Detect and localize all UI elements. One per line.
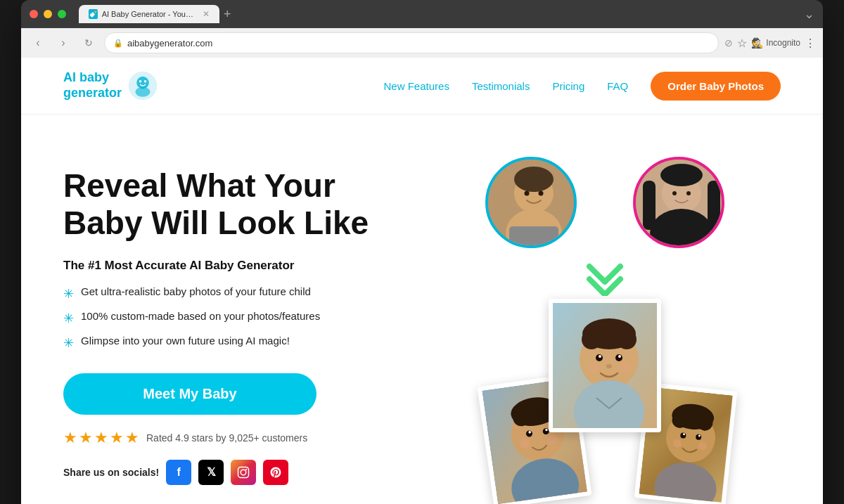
- browser-window: 🍼 AI Baby Generator - Your Bab ✕ + ⌄ ‹ ›…: [21, 0, 823, 504]
- logo-text-display: AI baby generator: [63, 70, 122, 101]
- svg-point-12: [525, 191, 530, 196]
- svg-point-6: [241, 470, 246, 475]
- incognito-label: Incognito: [766, 38, 800, 48]
- browser-toolbar: ‹ › ↻ 🔒 aibabygenerator.com ⊘ ☆ 🕵 Incogn…: [21, 28, 823, 58]
- incognito-icon: 🕵: [751, 37, 763, 49]
- nav-pricing[interactable]: Pricing: [552, 80, 584, 92]
- close-button[interactable]: [30, 10, 38, 18]
- browser-actions: ⊘ ☆ 🕵 Incognito ⋮: [724, 37, 816, 50]
- baby-photos-collage: [471, 299, 738, 504]
- svg-point-31: [599, 355, 601, 358]
- nav-new-features[interactable]: New Features: [384, 80, 449, 92]
- mom-avatar: [636, 160, 724, 248]
- active-tab[interactable]: 🍼 AI Baby Generator - Your Bab ✕: [79, 5, 219, 23]
- bookmark-icon[interactable]: ☆: [737, 37, 747, 50]
- nav-links: New Features Testimonials Pricing FAQ: [384, 80, 629, 92]
- hero-left: Reveal What Your Baby Will Look Like The…: [63, 167, 401, 485]
- lock-icon: 🔒: [113, 39, 123, 48]
- svg-point-34: [588, 362, 599, 373]
- hero-section: Reveal What Your Baby Will Look Like The…: [21, 115, 823, 504]
- facebook-icon[interactable]: f: [166, 460, 191, 485]
- svg-rect-19: [643, 181, 656, 230]
- hero-subtitle: The #1 Most Accurate AI Baby Generator: [63, 259, 401, 273]
- feature-item-3: ✳ Glimpse into your own future using AI …: [63, 335, 401, 351]
- website-content: AI baby generator New Features Testimoni…: [21, 58, 823, 504]
- svg-point-7: [245, 469, 247, 470]
- star-1: ★: [63, 429, 77, 447]
- maximize-button[interactable]: [58, 10, 66, 18]
- tab-bar: 🍼 AI Baby Generator - Your Bab ✕ +: [79, 5, 798, 23]
- star-rating: ★ ★ ★ ★ ★: [63, 429, 139, 447]
- svg-point-3: [139, 80, 142, 83]
- minimize-button[interactable]: [44, 10, 52, 18]
- svg-point-35: [619, 362, 630, 373]
- feature-item-1: ✳ Get ultra-realistic baby photos of you…: [63, 285, 401, 302]
- parent-photos: [485, 157, 724, 248]
- svg-point-13: [539, 191, 544, 196]
- svg-point-11: [514, 167, 554, 192]
- baby-photo-center: [549, 299, 661, 432]
- order-photos-button[interactable]: Order Baby Photos: [651, 72, 781, 101]
- star-4: ★: [110, 429, 124, 447]
- pinterest-icon[interactable]: [263, 460, 288, 485]
- feature-item-2: ✳ 100% custom-made based on your photos/…: [63, 310, 401, 326]
- dad-avatar: [488, 160, 577, 248]
- star-5: ★: [125, 429, 139, 447]
- address-bar[interactable]: 🔒 aibabygenerator.com: [104, 32, 719, 53]
- svg-rect-14: [509, 226, 558, 248]
- svg-point-21: [672, 191, 677, 195]
- new-tab-button[interactable]: +: [224, 7, 231, 22]
- feature-text-1: Get ultra-realistic baby photos of your …: [81, 285, 311, 297]
- meet-baby-button[interactable]: Meet My Baby: [63, 373, 316, 415]
- dad-photo: [485, 157, 577, 248]
- tab-title: AI Baby Generator - Your Bab: [102, 10, 194, 18]
- social-share: Share us on socials! f 𝕏: [63, 460, 401, 485]
- feature-icon-2: ✳: [63, 311, 74, 326]
- back-button[interactable]: ‹: [28, 33, 48, 53]
- logo-text: AI baby generator: [63, 70, 122, 101]
- nav-faq[interactable]: FAQ: [607, 80, 628, 92]
- browser-menu-icon[interactable]: ⌄: [804, 6, 814, 22]
- baby-center-image: [553, 303, 661, 432]
- more-options-button[interactable]: ⋮: [805, 37, 816, 50]
- svg-point-4: [144, 80, 147, 83]
- site-logo[interactable]: AI baby generator: [63, 70, 158, 101]
- browser-titlebar: 🍼 AI Baby Generator - Your Bab ✕ + ⌄: [21, 0, 823, 28]
- svg-point-22: [686, 191, 691, 195]
- mom-photo-container: [633, 157, 724, 248]
- social-label: Share us on socials!: [63, 467, 159, 478]
- dad-photo-container: [485, 157, 577, 248]
- address-text: aibabygenerator.com: [127, 38, 212, 49]
- svg-point-27: [582, 330, 601, 349]
- no-script-icon[interactable]: ⊘: [724, 37, 733, 49]
- feature-text-3: Glimpse into your own future using AI ma…: [81, 335, 290, 347]
- hero-features-list: ✳ Get ultra-realistic baby photos of you…: [63, 285, 401, 351]
- site-nav: AI baby generator New Features Testimoni…: [21, 58, 823, 115]
- forward-button[interactable]: ›: [53, 33, 73, 53]
- svg-point-18: [660, 164, 703, 186]
- chevron-container: [584, 261, 626, 296]
- feature-text-2: 100% custom-made based on your photos/fe…: [81, 310, 320, 322]
- tab-close-button[interactable]: ✕: [203, 9, 210, 19]
- incognito-badge: 🕵 Incognito: [751, 37, 800, 49]
- svg-point-2: [135, 87, 150, 97]
- feature-icon-1: ✳: [63, 286, 74, 302]
- chevron-down-icon: [584, 261, 626, 296]
- feature-icon-3: ✳: [63, 335, 74, 351]
- hero-right: [429, 143, 781, 504]
- instagram-icon[interactable]: [231, 460, 256, 485]
- logo-icon: [127, 70, 158, 101]
- star-2: ★: [79, 429, 93, 447]
- mom-photo: [633, 157, 724, 248]
- twitter-icon[interactable]: 𝕏: [198, 460, 224, 485]
- tab-favicon: 🍼: [89, 9, 98, 19]
- svg-rect-5: [238, 467, 249, 477]
- svg-point-32: [618, 355, 621, 358]
- nav-testimonials[interactable]: Testimonials: [472, 80, 530, 92]
- svg-point-33: [606, 364, 612, 368]
- hero-title: Reveal What Your Baby Will Look Like: [63, 167, 401, 242]
- svg-point-28: [617, 330, 637, 349]
- refresh-button[interactable]: ↻: [79, 33, 98, 53]
- rating-text: Rated 4.9 stars by 9,025+ customers: [146, 432, 307, 444]
- star-3: ★: [94, 429, 108, 447]
